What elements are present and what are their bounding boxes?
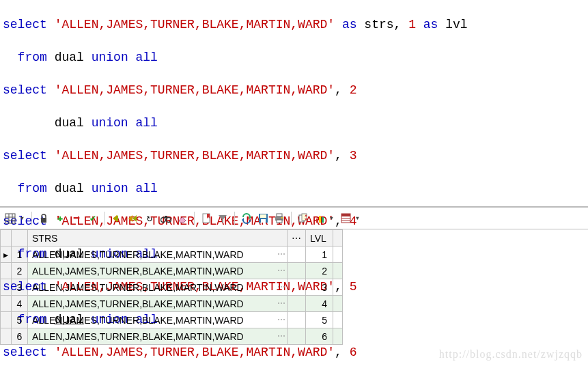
ident-strs: strs [364,18,393,31]
svg-rect-19 [277,214,282,216]
table-icon[interactable] [339,212,352,225]
cell-spacer [333,312,343,328]
sql-editor[interactable]: select 'ALLEN,JAMES,TURNER,BLAKE,MARTIN,… [0,0,588,208]
refresh-icon[interactable]: ↻ [143,212,156,225]
svg-rect-24 [316,219,318,223]
num-5: 5 [350,280,357,294]
watermark: http://blog.csdn.net/zwjzqqb [439,348,583,361]
lock-icon[interactable] [38,212,50,225]
plus-icon[interactable]: ✚ [54,212,66,225]
cell-spacer [333,247,343,263]
separator [194,212,195,225]
print-icon[interactable] [273,212,285,225]
num-2: 2 [350,83,357,97]
recycle-icon[interactable] [240,212,253,225]
corner-cell[interactable] [1,230,12,247]
rownum-header[interactable] [12,230,28,247]
cell-spacer [333,296,343,312]
eraser-icon[interactable] [176,212,188,225]
cell-strs[interactable]: ALLEN,JAMES,TURNER,BLAKE,MARTIN,WARD⋯ [28,247,288,263]
kw-select: select [3,18,47,31]
num-3: 3 [350,149,357,163]
row-marker [1,328,12,345]
svg-point-7 [167,217,171,222]
kw-union: union [92,116,128,130]
kw-from: from [18,51,47,64]
minus-icon[interactable]: ━ [70,212,83,225]
kw-all: all [135,116,157,130]
undo-all-icon[interactable] [127,212,139,225]
dropdown-icon[interactable]: ▼ [330,215,335,221]
table-row[interactable]: ▸1ALLEN,JAMES,TURNER,BLAKE,MARTIN,WARD⋯1 [1,247,343,263]
dropdown-icon[interactable]: ▼ [20,215,26,221]
filter-icon[interactable] [216,212,229,225]
export-icon[interactable] [297,212,309,225]
cell-lvl[interactable]: 6 [306,328,333,345]
save-icon[interactable] [257,212,269,225]
separator [291,212,292,225]
row-number: 6 [12,328,28,345]
cell-lvl[interactable]: 4 [306,296,333,312]
separator [31,212,32,225]
kw-select: select [3,83,47,97]
check-icon[interactable]: ✔ [87,212,99,225]
cell-spacer [333,263,343,279]
row-number: 2 [12,263,28,279]
cell-spacer [288,247,306,263]
column-header-strs[interactable]: STRS [28,230,288,247]
cell-strs[interactable]: ALLEN,JAMES,TURNER,BLAKE,MARTIN,WARD⋯ [28,263,288,279]
cell-spacer [333,328,343,345]
string-literal: 'ALLEN,JAMES,TURNER,BLAKE,MARTIN,WARD' [55,346,335,359]
undo-single-icon[interactable] [111,212,123,225]
binoculars-icon[interactable] [160,212,172,225]
table-row[interactable]: 6ALLEN,JAMES,TURNER,BLAKE,MARTIN,WARD⋯6 [1,328,343,345]
kw-union: union [92,182,128,195]
kw-select: select [3,149,47,163]
cell-spacer [288,263,306,279]
string-literal: 'ALLEN,JAMES,TURNER,BLAKE,MARTIN,WARD' [55,18,335,31]
ident-dual: dual [55,182,84,195]
row-marker [1,263,12,279]
ident-dual: dual [55,51,84,64]
table-row[interactable]: 5ALLEN,JAMES,TURNER,BLAKE,MARTIN,WARD⋯5 [1,312,343,328]
kw-select: select [3,346,47,359]
svg-point-21 [281,217,283,219]
svg-rect-17 [261,219,266,223]
kw-from: from [18,182,47,195]
svg-rect-8 [165,216,167,218]
cell-lvl[interactable]: 5 [306,312,333,328]
column-header-lvl[interactable]: LVL [306,230,333,247]
svg-rect-16 [260,214,266,218]
table-row[interactable]: 4ALLEN,JAMES,TURNER,BLAKE,MARTIN,WARD⋯4 [1,296,343,312]
cell-strs[interactable]: ALLEN,JAMES,TURNER,BLAKE,MARTIN,WARD⋯ [28,312,288,328]
column-ellipsis[interactable]: ⋯ [288,230,306,247]
table-row[interactable]: 2ALLEN,JAMES,TURNER,BLAKE,MARTIN,WARD⋯2 [1,263,343,279]
svg-rect-25 [319,216,321,223]
svg-rect-26 [322,217,324,223]
cell-strs[interactable]: ALLEN,JAMES,TURNER,BLAKE,MARTIN,WARD⋯ [28,279,288,296]
kw-as: as [342,18,357,31]
dropdown-icon[interactable]: ▼ [356,215,361,221]
svg-rect-28 [341,214,350,216]
svg-marker-12 [219,215,227,223]
kw-as: as [423,18,438,31]
cell-lvl[interactable]: 2 [306,263,333,279]
column-spacer [333,230,343,247]
svg-marker-9 [179,217,186,223]
row-marker [1,296,12,312]
grid-icon[interactable] [4,212,16,225]
cell-lvl[interactable]: 1 [306,247,333,263]
cell-strs[interactable]: ALLEN,JAMES,TURNER,BLAKE,MARTIN,WARD⋯ [28,328,288,345]
string-literal: 'ALLEN,JAMES,TURNER,BLAKE,MARTIN,WARD' [55,149,335,163]
kw-union: union [92,51,128,64]
cell-strs[interactable]: ALLEN,JAMES,TURNER,BLAKE,MARTIN,WARD⋯ [28,296,288,312]
svg-rect-0 [5,214,15,223]
chart-icon[interactable] [313,212,326,225]
separator [104,212,105,225]
row-number: 4 [12,296,28,312]
bookmark-icon[interactable] [200,212,212,225]
cell-spacer [288,296,306,312]
cell-spacer [288,328,306,345]
kw-all: all [136,182,158,195]
num-6: 6 [350,346,357,359]
